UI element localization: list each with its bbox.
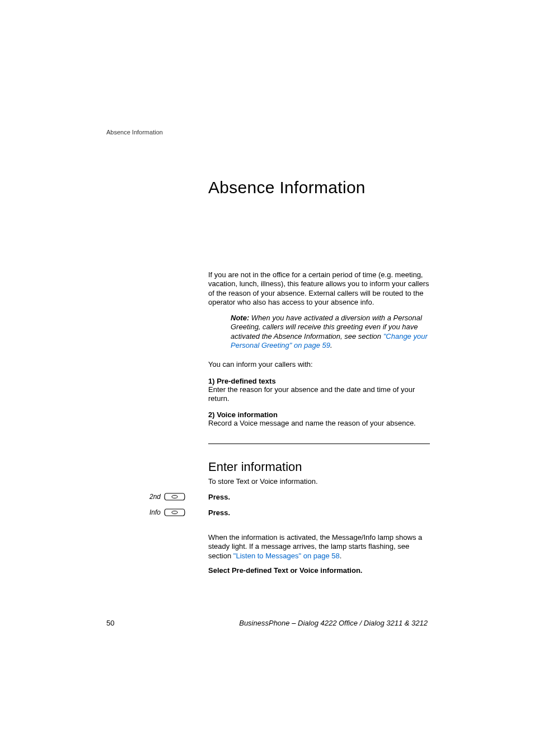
- button-row-info: Info: [147, 508, 185, 517]
- press-action-2: Press.: [208, 508, 230, 517]
- select-instruction: Select Pre-defined Text or Voice informa…: [208, 566, 362, 575]
- press-action-1: Press.: [208, 493, 230, 501]
- running-head: Absence Information: [106, 129, 163, 136]
- button-row-2nd: 2nd: [147, 492, 185, 501]
- svg-point-1: [172, 511, 177, 514]
- section-subtitle: Enter information: [208, 460, 302, 474]
- svg-point-0: [172, 496, 177, 498]
- subtitle-description: To store Text or Voice information.: [208, 477, 318, 486]
- inform-line: You can inform your callers with:: [208, 360, 313, 368]
- section-1-body: Enter the reason for your absence and th…: [208, 385, 432, 404]
- button-label-2nd: 2nd: [147, 493, 161, 501]
- section-1-title: 1) Pre-defined texts: [208, 377, 276, 385]
- activation-paragraph: When the information is activated, the M…: [208, 533, 432, 561]
- button-label-info: Info: [147, 508, 161, 516]
- section-2-body: Record a Voice message and name the reas…: [208, 419, 432, 427]
- phone-button-icon: [164, 492, 185, 501]
- divider: [208, 444, 430, 444]
- intro-paragraph: If you are not in the office for a certa…: [208, 270, 432, 307]
- phone-button-icon: [164, 508, 185, 517]
- page-number: 50: [106, 619, 114, 627]
- activation-after-link: .: [340, 552, 342, 560]
- note-label: Note:: [231, 314, 249, 322]
- note-after-link: .: [330, 341, 332, 349]
- note-block: Note: When you have activated a diversio…: [231, 314, 432, 350]
- footer-text: BusinessPhone – Dialog 4222 Office / Dia…: [239, 619, 428, 627]
- page-title: Absence Information: [208, 178, 366, 197]
- section-2-title: 2) Voice information: [208, 410, 278, 419]
- activation-link[interactable]: "Listen to Messages" on page 58: [233, 552, 340, 560]
